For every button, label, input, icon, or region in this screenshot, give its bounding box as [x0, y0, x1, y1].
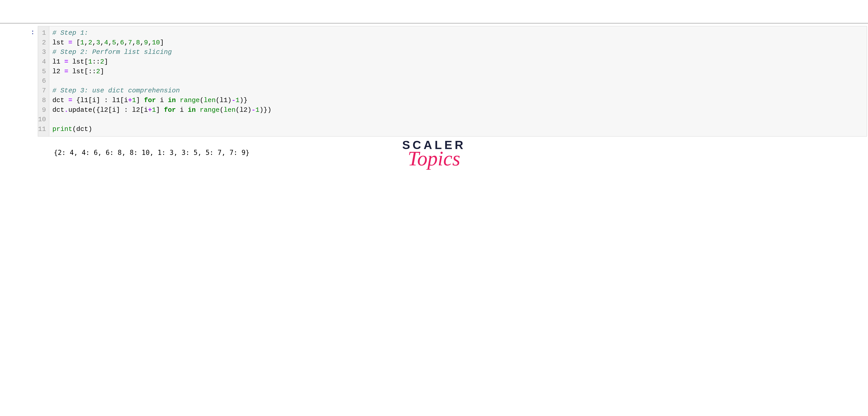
- code-line[interactable]: print(dct): [52, 125, 864, 134]
- notebook-cell: : 1234567891011 # Step 1:lst = [1,2,3,4,…: [0, 26, 868, 136]
- code-cell[interactable]: 1234567891011 # Step 1:lst = [1,2,3,4,5,…: [38, 26, 867, 136]
- line-number: 6: [38, 76, 48, 86]
- code-line[interactable]: # Step 2: Perform list slicing: [52, 47, 864, 57]
- line-number: 3: [38, 47, 48, 57]
- line-number: 4: [38, 57, 48, 67]
- line-number: 5: [38, 67, 48, 76]
- code-line[interactable]: dct = {l1[i] : l1[i+1] for i in range(le…: [52, 96, 864, 105]
- code-line[interactable]: l2 = lst[::2]: [52, 67, 864, 76]
- output-text: {2: 4, 4: 6, 6: 8, 8: 10, 1: 3, 3: 5, 5:…: [54, 149, 250, 156]
- code-line[interactable]: [52, 76, 864, 86]
- code-editor[interactable]: # Step 1:lst = [1,2,3,4,5,6,7,8,9,10]# S…: [49, 26, 867, 136]
- code-line[interactable]: l1 = lst[1::2]: [52, 57, 864, 67]
- line-number-gutter: 1234567891011: [38, 26, 49, 136]
- line-number: 2: [38, 38, 48, 48]
- horizontal-divider: [0, 23, 868, 24]
- code-line[interactable]: dct.update({l2[i] : l2[i+1] for i in ran…: [52, 105, 864, 115]
- line-number: 9: [38, 105, 48, 115]
- input-prompt: :: [0, 26, 38, 136]
- prompt-colon: :: [31, 28, 35, 36]
- scaler-topics-logo: SCALER Topics: [402, 139, 466, 168]
- code-line[interactable]: [52, 115, 864, 125]
- code-line[interactable]: # Step 1:: [52, 28, 864, 38]
- line-number: 10: [38, 115, 48, 125]
- line-number: 7: [38, 86, 48, 96]
- line-number: 1: [38, 28, 48, 38]
- code-line[interactable]: lst = [1,2,3,4,5,6,7,8,9,10]: [52, 38, 864, 48]
- line-number: 8: [38, 96, 48, 105]
- logo-line-2: Topics: [402, 149, 466, 168]
- code-line[interactable]: # Step 3: use dict comprehension: [52, 86, 864, 96]
- line-number: 11: [38, 125, 48, 134]
